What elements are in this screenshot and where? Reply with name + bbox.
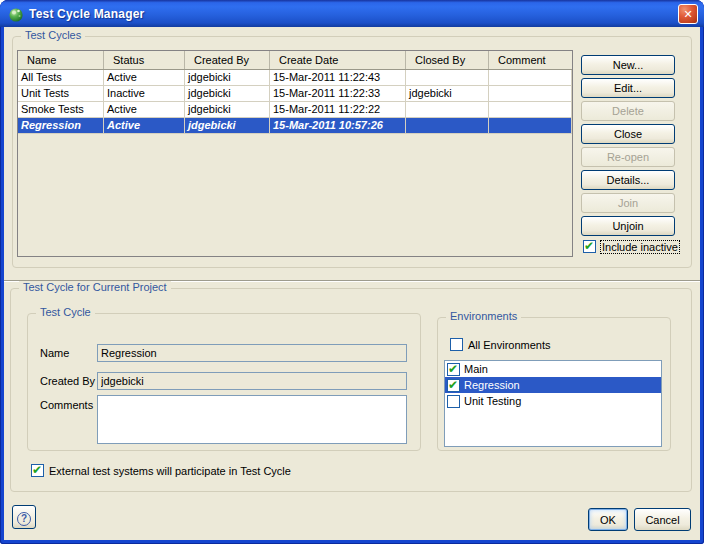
details-button[interactable]: Details... bbox=[581, 170, 675, 190]
cell-name: All Tests bbox=[18, 70, 104, 86]
env-item-label: Main bbox=[464, 363, 488, 375]
all-environments-label: All Environments bbox=[468, 339, 551, 351]
column-header-name[interactable]: Name bbox=[18, 51, 104, 69]
checkbox-box: ✔ bbox=[583, 240, 596, 253]
close-cycle-button[interactable]: Close bbox=[581, 124, 675, 144]
cell-closed-by bbox=[406, 70, 489, 86]
current-project-group: Test Cycle for Current Project Test Cycl… bbox=[10, 288, 692, 492]
external-systems-checkbox[interactable]: ✔ External test systems will participate… bbox=[31, 464, 291, 477]
test-cycle-manager-dialog: Test Cycle Manager ✕ Test Cycles Name St… bbox=[0, 0, 704, 544]
include-inactive-checkbox[interactable]: ✔ Include inactive bbox=[583, 240, 679, 253]
env-item-label: Unit Testing bbox=[464, 395, 521, 407]
close-icon: ✕ bbox=[683, 8, 692, 20]
test-cycle-inner-group: Test Cycle Name Created By Comments bbox=[27, 313, 421, 451]
cell-name: Smoke Tests bbox=[18, 102, 104, 118]
comments-field[interactable] bbox=[97, 395, 407, 444]
dialog-body: Test Cycles Name Status Created By Creat… bbox=[4, 27, 700, 540]
close-button[interactable]: ✕ bbox=[678, 4, 698, 24]
delete-button: Delete bbox=[581, 101, 675, 121]
checkbox-box bbox=[450, 338, 463, 351]
env-item-unit-testing[interactable]: Unit Testing bbox=[445, 393, 661, 409]
cell-name: Unit Tests bbox=[18, 86, 104, 102]
reopen-button: Re-open bbox=[581, 147, 675, 167]
env-item-main[interactable]: ✔ Main bbox=[445, 361, 661, 377]
unjoin-button[interactable]: Unjoin bbox=[581, 216, 675, 236]
check-icon: ✔ bbox=[448, 362, 458, 376]
cell-closed-by bbox=[406, 102, 489, 118]
all-environments-checkbox[interactable]: All Environments bbox=[450, 338, 551, 351]
column-header-closed-by[interactable]: Closed By bbox=[406, 51, 489, 69]
cell-status: Active bbox=[104, 102, 185, 118]
name-field[interactable] bbox=[97, 344, 407, 362]
cell-created-by: jdgebicki bbox=[185, 102, 270, 118]
cell-create-date: 15-Mar-2011 11:22:22 bbox=[270, 102, 406, 118]
checkbox-box[interactable]: ✔ bbox=[447, 379, 460, 392]
comments-label: Comments bbox=[40, 399, 93, 411]
cell-status: Active bbox=[104, 70, 185, 86]
ok-button[interactable]: OK bbox=[588, 508, 628, 531]
checkbox-box[interactable] bbox=[447, 395, 460, 408]
cell-created-by: jdgebicki bbox=[185, 70, 270, 86]
name-label: Name bbox=[40, 347, 69, 359]
new-button[interactable]: New... bbox=[581, 55, 675, 75]
table-row-all-tests[interactable]: All Tests Active jdgebicki 15-Mar-2011 1… bbox=[18, 70, 572, 86]
check-icon: ✔ bbox=[32, 463, 42, 477]
env-item-label: Regression bbox=[464, 379, 520, 391]
titlebar[interactable]: Test Cycle Manager ✕ bbox=[0, 0, 704, 27]
env-item-regression-selected[interactable]: ✔ Regression bbox=[445, 377, 661, 393]
cell-created-by: jdgebicki bbox=[185, 118, 270, 134]
checkbox-box: ✔ bbox=[31, 464, 44, 477]
cell-comment bbox=[489, 118, 572, 134]
cell-create-date: 15-Mar-2011 11:22:33 bbox=[270, 86, 406, 102]
help-icon: ? bbox=[17, 512, 31, 526]
cell-comment bbox=[489, 86, 572, 102]
column-header-create-date[interactable]: Create Date bbox=[270, 51, 406, 69]
cancel-button[interactable]: Cancel bbox=[634, 508, 691, 531]
cell-closed-by bbox=[406, 118, 489, 134]
check-icon: ✔ bbox=[584, 239, 594, 253]
checkbox-box[interactable]: ✔ bbox=[447, 363, 460, 376]
cell-name: Regression bbox=[18, 118, 104, 134]
created-by-label: Created By bbox=[40, 375, 95, 387]
edit-button[interactable]: Edit... bbox=[581, 78, 675, 98]
check-icon: ✔ bbox=[448, 378, 458, 392]
window-title: Test Cycle Manager bbox=[29, 7, 678, 21]
cell-created-by: jdgebicki bbox=[185, 86, 270, 102]
cell-status: Inactive bbox=[104, 86, 185, 102]
cell-comment bbox=[489, 102, 572, 118]
table-row-regression-selected[interactable]: Regression Active jdgebicki 15-Mar-2011 … bbox=[18, 118, 572, 134]
column-header-status[interactable]: Status bbox=[104, 51, 185, 69]
table-row-smoke-tests[interactable]: Smoke Tests Active jdgebicki 15-Mar-2011… bbox=[18, 102, 572, 118]
environments-listbox: ✔ Main ✔ Regression Unit Testing bbox=[444, 360, 662, 447]
help-button[interactable]: ? bbox=[12, 505, 36, 529]
include-inactive-label: Include inactive bbox=[601, 241, 679, 253]
cell-status: Active bbox=[104, 118, 185, 134]
column-header-created-by[interactable]: Created By bbox=[185, 51, 270, 69]
test-cycle-inner-group-label: Test Cycle bbox=[36, 306, 95, 318]
cell-closed-by: jdgebicki bbox=[406, 86, 489, 102]
table-row-unit-tests[interactable]: Unit Tests Inactive jdgebicki 15-Mar-201… bbox=[18, 86, 572, 102]
action-buttons: New... Edit... Delete Close Re-open Deta… bbox=[581, 55, 675, 236]
environments-group: Environments All Environments ✔ Main ✔ R… bbox=[437, 317, 671, 451]
test-cycles-group-label: Test Cycles bbox=[21, 29, 85, 41]
cell-create-date: 15-Mar-2011 11:22:43 bbox=[270, 70, 406, 86]
join-button: Join bbox=[581, 193, 675, 213]
cell-comment bbox=[489, 70, 572, 86]
external-systems-label: External test systems will participate i… bbox=[49, 465, 291, 477]
test-cycles-table: Name Status Created By Create Date Close… bbox=[17, 50, 573, 257]
created-by-field[interactable] bbox=[97, 372, 407, 390]
column-header-comment[interactable]: Comment bbox=[489, 51, 572, 69]
table-header-row: Name Status Created By Create Date Close… bbox=[18, 51, 572, 70]
app-globe-icon bbox=[8, 6, 24, 22]
test-cycles-group: Test Cycles Name Status Created By Creat… bbox=[12, 36, 692, 268]
cell-create-date: 15-Mar-2011 10:57:26 bbox=[270, 118, 406, 134]
environments-group-label: Environments bbox=[446, 310, 521, 322]
current-project-group-label: Test Cycle for Current Project bbox=[19, 281, 171, 293]
